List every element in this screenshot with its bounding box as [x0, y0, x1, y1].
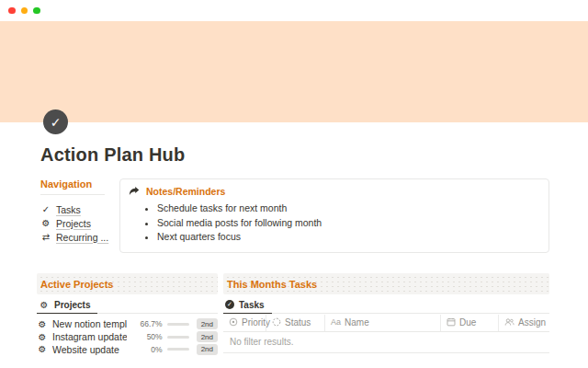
tasks-db-tab[interactable]: ✓ Tasks: [223, 298, 272, 314]
gear-icon: ⚙: [37, 319, 48, 329]
gear-icon: ⚙: [37, 344, 48, 354]
text-icon: Aa: [331, 317, 341, 327]
project-progress-value: 50%: [131, 332, 163, 341]
month-tasks-section: This Months Tasks ✓ Tasks Priority: [223, 273, 549, 353]
nav-link-label: Recurring ...: [56, 232, 108, 243]
project-progress-value: 0%: [131, 345, 163, 354]
project-row[interactable]: ⚙ Instagram update 50% 2nd: [37, 330, 218, 343]
gear-icon: ⚙: [40, 218, 51, 228]
project-progress-bar: [167, 323, 189, 326]
gear-icon: ⚙: [37, 332, 48, 342]
calendar-icon: [447, 317, 456, 327]
notes-item: Social media posts for following month: [157, 216, 539, 231]
month-tasks-heading: This Months Tasks: [223, 273, 549, 294]
check-icon: ✓: [40, 204, 51, 214]
status-icon: [272, 317, 281, 327]
project-row[interactable]: ⚙ New notion template 66.7% 2nd: [37, 318, 218, 331]
projects-db-tab[interactable]: ⚙ Projects: [37, 298, 97, 314]
active-projects-section: Active Projects ⚙ Projects ⚙ New notion …: [37, 273, 218, 356]
column-header-due[interactable]: Due: [440, 315, 498, 331]
people-icon: [504, 317, 514, 327]
zoom-window-icon[interactable]: [33, 7, 40, 15]
navigation-section: Navigation ✓ Tasks ⚙ Projects ⇄ Recurrin…: [40, 178, 105, 244]
empty-results-message: No filter results.: [223, 332, 549, 353]
notes-callout: Notes/Reminders Schedule tasks for next …: [119, 178, 549, 253]
project-badge: 2nd: [197, 344, 218, 355]
nav-link-label: Tasks: [56, 204, 81, 215]
project-name[interactable]: Website update: [52, 344, 119, 355]
nav-link-label: Projects: [56, 218, 91, 229]
project-name[interactable]: Instagram update: [52, 331, 127, 342]
column-header-name[interactable]: Aa Name: [324, 315, 440, 331]
notes-item: Next quarters focus: [157, 230, 539, 245]
window-titlebar: [0, 0, 588, 21]
priority-icon: [229, 317, 238, 327]
notes-callout-title: Notes/Reminders: [146, 186, 225, 197]
active-projects-heading: Active Projects: [37, 273, 218, 294]
close-window-icon[interactable]: [8, 7, 16, 15]
nav-link-tasks[interactable]: ✓ Tasks: [40, 202, 105, 216]
page-cover[interactable]: ✓: [0, 21, 588, 122]
page-title: Action Plan Hub: [40, 144, 549, 166]
project-progress-bar: [167, 348, 189, 351]
column-header-assign[interactable]: Assign: [498, 315, 549, 331]
projects-db-tab-label: Projects: [54, 300, 90, 310]
notes-item: Schedule tasks for next month: [157, 201, 539, 216]
project-badge: 2nd: [197, 318, 218, 329]
page-check-circle-icon[interactable]: ✓: [43, 109, 68, 134]
project-row[interactable]: ⚙ Website update 0% 2nd: [37, 343, 218, 356]
check-circle-icon: ✓: [225, 300, 234, 309]
nav-link-recurring[interactable]: ⇄ Recurring ...: [40, 230, 105, 244]
forward-arrow-icon: [129, 186, 140, 197]
column-header-status[interactable]: Status: [266, 315, 324, 331]
project-name[interactable]: New notion template: [52, 318, 127, 329]
project-progress-value: 66.7%: [131, 319, 163, 328]
minimize-window-icon[interactable]: [21, 7, 28, 15]
gear-icon: ⚙: [39, 300, 50, 310]
nav-link-projects[interactable]: ⚙ Projects: [40, 216, 105, 230]
project-progress-bar: [167, 336, 189, 339]
recurring-icon: ⇄: [40, 232, 51, 242]
column-header-priority[interactable]: Priority: [223, 315, 266, 331]
navigation-heading: Navigation: [40, 178, 105, 195]
project-badge: 2nd: [197, 331, 218, 342]
tasks-db-tab-label: Tasks: [239, 300, 265, 310]
